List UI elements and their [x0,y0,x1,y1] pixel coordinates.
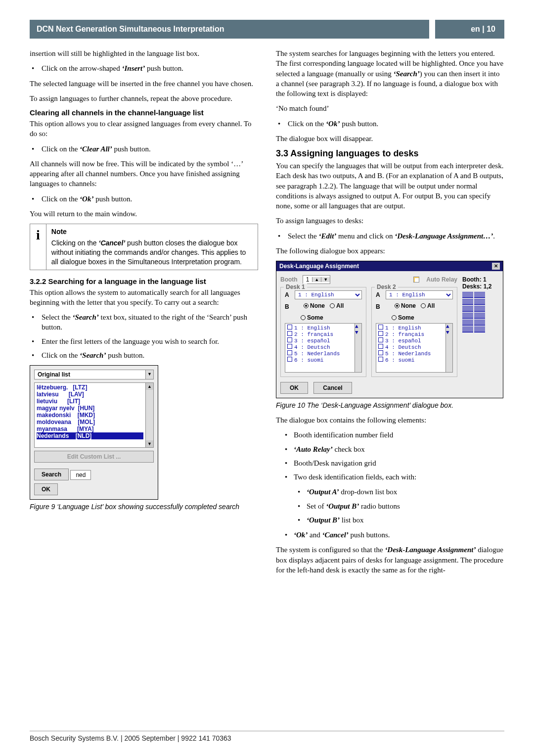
ok-button[interactable]: OK [280,382,308,394]
list-item[interactable]: 5 : Nederlands [378,350,444,357]
header-page-number: en | 10 [435,20,504,39]
booth-desk-side: Booth: 1 Desks: 1,2 [462,275,499,394]
grid-cell[interactable] [474,292,485,298]
scroll-down-icon[interactable]: ▼ [355,330,361,335]
list-item: Click on the ‘Clear All’ push button. [30,144,258,154]
list-item[interactable]: 4 : Deutsch [287,344,353,350]
output-b-listbox[interactable]: 1 : English 2 : français 3 : español 4 :… [285,323,362,373]
list-item[interactable]: lëtzebuerg. [LTZ] [37,384,143,391]
desk-2-legend: Desk 2 [375,284,398,290]
bullet-list: Click on the arrow-shaped ‘Insert’ push … [30,63,258,73]
spinner-up-icon[interactable]: ▲ [312,277,321,282]
cancel-button[interactable]: Cancel [313,382,352,394]
subheading: 3.2.2 Searching for a language in the la… [30,277,258,285]
body-text: The following dialogue box appears: [276,246,504,256]
scrollbar[interactable]: ▲▼ [355,324,361,372]
output-a-select[interactable]: 1 : English [295,290,362,299]
body-text: This option allows the system to automat… [30,287,258,308]
list-item[interactable]: moldoveana [MOL] [37,419,143,425]
list-item[interactable]: 1 : English [287,325,353,331]
list-item[interactable]: 1 : English [378,325,444,331]
grid-cell[interactable] [462,299,473,305]
grid-cell[interactable] [462,320,473,326]
list-item[interactable]: magyar nyelv [HUN] [37,405,143,412]
radio-none[interactable]: None [304,302,325,309]
list-item[interactable]: 3 : español [378,337,444,344]
list-item[interactable]: makedonski [MKD] [37,412,143,419]
note-label: Note [51,227,253,236]
body-text: The system is configured so that the ‘De… [276,545,504,575]
nav-grid[interactable] [462,292,499,332]
scroll-down-icon[interactable]: ▼ [446,330,452,335]
output-b-listbox[interactable]: 1 : English 2 : français 3 : español 4 :… [376,323,453,373]
search-button[interactable]: Search [34,469,69,480]
left-column: insertion will still be highlighted in t… [30,48,258,580]
grid-cell[interactable] [474,327,485,332]
list-item-selected[interactable]: Nederlands [NLD] [37,432,143,439]
output-a-label: A [285,291,292,298]
search-input[interactable]: ned [70,470,91,480]
list-item[interactable]: 4 : Deutsch [378,344,444,350]
right-column: The system searches for languages beginn… [276,48,504,580]
list-item[interactable]: 6 : suomi [378,357,444,363]
scroll-up-icon[interactable]: ▲ [355,324,361,330]
output-b-label: B [376,303,383,310]
grid-cell[interactable] [474,299,485,305]
close-icon[interactable]: ✕ [492,263,500,270]
list-item: Two desk identification fields, each wit… [276,472,504,482]
chevron-down-icon[interactable]: ▼ [145,370,153,379]
scroll-up-icon[interactable]: ▲ [146,383,153,390]
list-item: ‘Ok’ and ‘Cancel’ push buttons. [276,530,504,540]
scrollbar[interactable]: ▲ ▼ [145,383,153,447]
grid-cell[interactable] [462,327,473,332]
page-header: DCN Next Generation Simultaneous Interpr… [30,20,504,39]
list-item[interactable]: 2 : français [287,331,353,337]
page-footer: Bosch Security Systems B.V. | 2005 Septe… [30,731,504,742]
body-text: To assign languages to desks: [276,216,504,226]
list-item: Click on the arrow-shaped ‘Insert’ push … [30,63,258,73]
auto-relay-label: Auto Relay [426,276,457,283]
list-item[interactable]: latviesu [LAV] [37,391,143,398]
spinner-down-icon[interactable]: ▼ [321,277,330,282]
radio-all[interactable]: All [421,302,435,309]
list-item: ‘Auto Relay’ check box [276,444,504,454]
bullet-list: Select the ‘Edit’ menu and click on ‘Des… [276,231,504,241]
grid-cell[interactable] [474,306,485,312]
output-a-label: A [376,291,383,298]
grid-cell[interactable] [474,313,485,319]
scroll-down-icon[interactable]: ▼ [146,440,153,447]
list-item[interactable]: 2 : français [378,331,444,337]
grid-cell[interactable] [462,306,473,312]
body-text: All channels will now be free. This will… [30,159,258,189]
desk-1-group: Desk 1 A1 : English B None All Some [280,287,366,377]
list-item: Set of ‘Output B’ radio buttons [276,501,504,511]
original-list-combo[interactable]: Original list ▼ [34,370,154,379]
grid-cell[interactable] [474,320,485,326]
scroll-up-icon[interactable]: ▲ [446,324,452,330]
info-icon: i [30,224,46,270]
edit-custom-list-button[interactable]: Edit Custom List ... [34,451,154,463]
radio-some[interactable]: Some [301,314,323,321]
list-item: Click on the ‘Ok’ push button. [276,119,504,129]
list-item[interactable]: 6 : suomi [287,357,353,363]
list-item[interactable]: 3 : español [287,337,353,344]
grid-cell[interactable] [462,313,473,319]
radio-all[interactable]: All [330,302,344,309]
language-listbox[interactable]: lëtzebuerg. [LTZ] latviesu [LAV] lietuvi… [34,382,154,448]
body-text: You will return to the main window. [30,209,258,219]
list-item[interactable]: lietuviu [LIT] [37,398,143,405]
grid-cell[interactable] [462,292,473,298]
list-item[interactable]: 5 : Nederlands [287,350,353,357]
list-item[interactable]: myanmasa [MYA] [37,425,143,432]
output-b-radios: None All [304,302,344,309]
list-item: Select the ‘Search’ text box, situated t… [30,312,258,332]
radio-none[interactable]: None [395,302,416,309]
scrollbar[interactable]: ▲▼ [445,324,452,372]
body-text: The selected language will be inserted i… [30,79,258,89]
output-a-select[interactable]: 1 : English [386,290,453,299]
booth-number-spinner[interactable]: 1▲▼ [303,275,331,284]
radio-some[interactable]: Some [392,314,414,321]
ok-button[interactable]: OK [34,483,58,495]
auto-relay-checkbox[interactable] [413,277,419,283]
button-row: OK Cancel [280,382,457,394]
